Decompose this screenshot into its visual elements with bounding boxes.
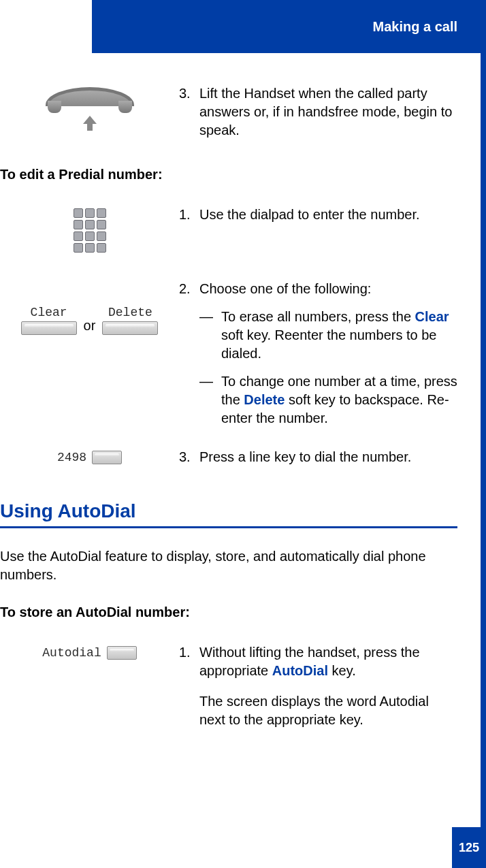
linekey-row: 2498 xyxy=(57,451,122,464)
step-text: 3. Press a line key to dial the number. xyxy=(179,448,457,466)
header-bar: Making a call xyxy=(92,0,486,53)
step-body: Choose one of the following: — To erase … xyxy=(199,280,457,428)
handset-icon xyxy=(46,87,134,121)
predial-step2-row: Clear or Delete 2. Choose one of the fol… xyxy=(0,280,457,428)
autodial-key-col: Autodial xyxy=(0,643,179,660)
autodial-key-word: AutoDial xyxy=(272,663,328,678)
step-body: Lift the Handset when the called party a… xyxy=(199,84,457,140)
step2-intro: Choose one of the following: xyxy=(199,281,371,296)
step-number: 1. xyxy=(179,206,199,224)
autodial-key-row: Autodial xyxy=(42,646,136,660)
page-content: 3. Lift the Handset when the called part… xyxy=(0,84,457,756)
opt-b-body: To change one number at a time, press th… xyxy=(221,372,457,428)
predial-heading: To edit a Predial number: xyxy=(0,167,457,182)
side-bar xyxy=(481,53,486,827)
opt-a-body: To erase all numbers, press the Clear so… xyxy=(221,308,457,363)
handset-icon-col xyxy=(0,84,179,121)
autodial-heading: Using AutoDial xyxy=(0,500,457,522)
delete-key-word: Delete xyxy=(244,392,285,407)
clear-softkey-button[interactable] xyxy=(21,321,77,335)
step2-opt-a: — To erase all numbers, press the Clear … xyxy=(199,308,457,363)
opt-a-post: soft key. Reenter the numbers to be dial… xyxy=(221,327,436,361)
step-text: 1. Without lifting the handset, press th… xyxy=(179,643,457,729)
autodial-step1-line2: The screen displays the word Autodial ne… xyxy=(199,694,429,727)
predial-step1-row: 1. Use the dialpad to enter the number. xyxy=(0,206,457,253)
step-text: 2. Choose one of the following: — To era… xyxy=(179,280,457,428)
dialpad-icon-col xyxy=(0,206,179,253)
delete-softkey-label: Delete xyxy=(108,306,152,319)
autodial-intro: Use the AutoDial feature to display, sto… xyxy=(0,547,457,584)
step-number: 3. xyxy=(179,448,199,466)
delete-softkey-group: Delete xyxy=(102,306,158,335)
step-body: Press a line key to dial the number. xyxy=(199,448,457,466)
autodial-step1-row: Autodial 1. Without lifting the handset,… xyxy=(0,643,457,729)
step-text: 3. Lift the Handset when the called part… xyxy=(179,84,457,140)
header-title: Making a call xyxy=(373,19,458,35)
autodial-step1-post: key. xyxy=(328,663,356,678)
linekey-col: 2498 xyxy=(0,448,179,464)
step-number: 2. xyxy=(179,280,199,428)
softkey-row: Clear or Delete xyxy=(21,306,159,335)
step-number: 3. xyxy=(179,84,199,140)
step2-opt-b: — To change one number at a time, press … xyxy=(199,372,457,428)
dialpad-icon xyxy=(74,208,106,253)
clear-softkey-label: Clear xyxy=(31,306,67,319)
step-body: Use the dialpad to enter the number. xyxy=(199,206,457,224)
softkeys-col: Clear or Delete xyxy=(0,280,179,335)
page-number: 125 xyxy=(452,827,486,868)
autodial-key-button[interactable] xyxy=(107,646,137,660)
clear-key-word: Clear xyxy=(415,309,449,324)
opt-a-pre: To erase all numbers, press the xyxy=(221,309,415,324)
clear-softkey-group: Clear xyxy=(21,306,77,335)
step-text: 1. Use the dialpad to enter the number. xyxy=(179,206,457,224)
dash-marker: — xyxy=(199,372,221,428)
step-handset-row: 3. Lift the Handset when the called part… xyxy=(0,84,457,140)
linekey-number: 2498 xyxy=(57,451,86,464)
linekey-button[interactable] xyxy=(92,451,122,464)
step-number: 1. xyxy=(179,643,199,729)
dash-marker: — xyxy=(199,308,221,363)
autodial-key-label: Autodial xyxy=(42,646,101,660)
autodial-store-heading: To store an AutoDial number: xyxy=(0,605,457,620)
section-rule xyxy=(0,526,457,528)
predial-step3-row: 2498 3. Press a line key to dial the num… xyxy=(0,448,457,466)
step-body: Without lifting the handset, press the a… xyxy=(199,643,457,729)
delete-softkey-button[interactable] xyxy=(102,321,158,335)
or-label: or xyxy=(84,318,96,335)
